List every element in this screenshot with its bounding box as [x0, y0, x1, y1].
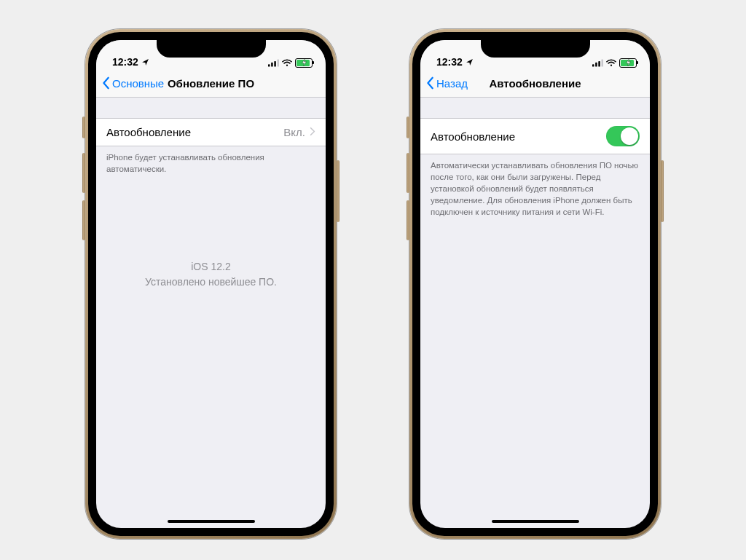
notch: [157, 40, 266, 58]
back-button[interactable]: Назад: [426, 69, 468, 97]
svg-rect-4: [592, 64, 594, 66]
svg-rect-3: [278, 60, 280, 67]
footer-text: Автоматически устанавливать обновления П…: [420, 154, 650, 218]
svg-rect-6: [598, 61, 600, 67]
row-value: Вкл.: [283, 126, 305, 138]
page-title: Обновление ПО: [168, 77, 254, 90]
home-indicator[interactable]: [492, 520, 579, 524]
row-label: Автообновление: [106, 126, 191, 138]
stage: 12:32: [0, 0, 746, 560]
back-button[interactable]: Основные: [102, 69, 164, 97]
update-status-block: iOS 12.2 Установлено новейшее ПО.: [96, 259, 326, 290]
cellular-icon: [592, 59, 603, 67]
status-time: 12:32: [436, 56, 463, 68]
footer-text: iPhone будет устанавливать обновления ав…: [96, 146, 326, 175]
auto-update-toggle-row: Автообновление: [420, 118, 650, 154]
phone-right: 12:32: [409, 29, 661, 539]
auto-update-toggle[interactable]: [606, 126, 640, 146]
back-label: Назад: [436, 77, 468, 90]
svg-rect-2: [274, 61, 276, 67]
notch: [481, 40, 590, 58]
home-indicator[interactable]: [168, 520, 255, 524]
cellular-icon: [268, 59, 279, 67]
svg-rect-5: [595, 63, 597, 67]
battery-icon: [295, 58, 313, 68]
svg-rect-0: [268, 64, 270, 66]
chevron-right-icon: [310, 126, 315, 138]
back-label: Основные: [112, 77, 164, 90]
wifi-icon: [606, 59, 616, 67]
ios-version: iOS 12.2: [96, 259, 326, 275]
battery-icon: [619, 58, 637, 68]
svg-rect-7: [602, 60, 604, 67]
nav-bar: Основные Обновление ПО: [96, 69, 326, 98]
nav-bar: Назад Автообновление: [420, 69, 650, 98]
auto-update-row[interactable]: Автообновление Вкл.: [96, 118, 326, 146]
location-icon: [466, 58, 474, 66]
status-time: 12:32: [112, 56, 138, 68]
wifi-icon: [282, 59, 292, 67]
svg-rect-1: [271, 63, 273, 67]
phone-left: 12:32: [85, 29, 337, 539]
location-icon: [141, 58, 149, 66]
row-label: Автообновление: [431, 130, 515, 143]
page-title: Автообновление: [489, 77, 581, 90]
update-status: Установлено новейшее ПО.: [96, 275, 326, 290]
